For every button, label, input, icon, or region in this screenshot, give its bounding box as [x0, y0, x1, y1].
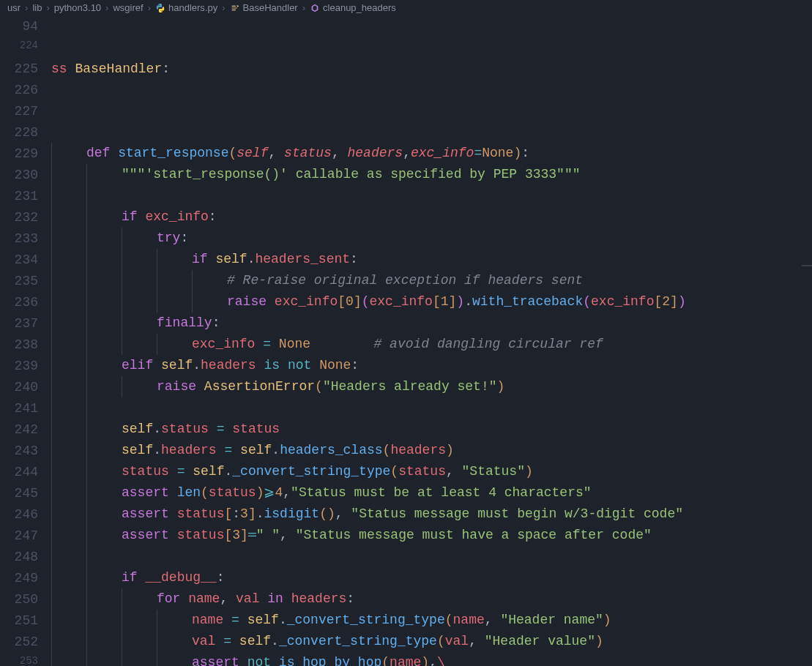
line-number: 244: [0, 462, 38, 483]
line-number: 240: [0, 377, 38, 398]
line-number: 226: [0, 80, 38, 101]
chevron-icon: ›: [301, 1, 307, 16]
line-number: 248: [0, 547, 38, 568]
line-number: 252: [0, 632, 38, 653]
code-line[interactable]: [51, 121, 812, 143]
code-line[interactable]: if exc_info:: [51, 206, 812, 228]
chevron-icon: ›: [45, 1, 51, 16]
code-line[interactable]: status = self._convert_string_type(statu…: [51, 461, 812, 482]
code-line[interactable]: elif self.headers is not None:: [51, 355, 812, 376]
sticky-prefix: ss: [51, 59, 75, 80]
vertical-scrollbar[interactable]: [802, 16, 812, 666]
line-number: 251: [0, 610, 38, 632]
line-number: 237: [0, 313, 38, 334]
crumb-python[interactable]: python3.10: [54, 1, 101, 16]
method-icon: [310, 3, 320, 13]
line-number: 245: [0, 483, 38, 504]
code-line[interactable]: raise exc_info[0](exc_info[1]).with_trac…: [51, 291, 812, 313]
sticky-line-number: 94: [0, 16, 38, 37]
code-line[interactable]: assert not is_hop_by_hop(name),\: [51, 652, 812, 666]
line-number: 228: [0, 122, 38, 143]
scroll-marker: [802, 265, 812, 266]
code-line[interactable]: name = self._convert_string_type(name, "…: [51, 610, 812, 631]
code-line[interactable]: if __debug__:: [51, 567, 812, 588]
line-number: 243: [0, 441, 38, 462]
code-content[interactable]: ss BaseHandler: def start_response(self,…: [51, 16, 812, 666]
chevron-icon: ›: [104, 1, 110, 16]
code-line[interactable]: # Re-raise original exception if headers…: [51, 270, 812, 291]
sticky-scroll-line[interactable]: ss BaseHandler:: [51, 59, 812, 80]
line-number: 227: [0, 101, 38, 122]
chevron-icon: ›: [23, 1, 29, 16]
crumb-file[interactable]: handlers.py: [168, 1, 217, 16]
line-number: 242: [0, 419, 38, 441]
code-line[interactable]: exc_info = None # avoid dangling circula…: [51, 334, 812, 355]
python-file-icon: [155, 3, 165, 13]
line-number: 235: [0, 271, 38, 292]
line-number-gutter: 94 2242252262272282292302312322332342352…: [0, 16, 51, 666]
code-line[interactable]: assert status[:3].isdigit(), "Status mes…: [51, 504, 812, 525]
sticky-class: BaseHandler: [75, 59, 162, 80]
code-line[interactable]: if self.headers_sent:: [51, 249, 812, 270]
line-number: 246: [0, 504, 38, 525]
code-line[interactable]: raise AssertionError("Headers already se…: [51, 376, 812, 397]
code-line[interactable]: self.headers = self.headers_class(header…: [51, 440, 812, 461]
line-number: 253: [0, 653, 38, 666]
crumb-method[interactable]: cleanup_headers: [323, 1, 396, 16]
editor-pane[interactable]: 94 2242252262272282292302312322332342352…: [0, 16, 812, 666]
crumb-lib[interactable]: lib: [32, 1, 42, 16]
line-number: 247: [0, 525, 38, 547]
code-line[interactable]: assert len(status)⩾4,"Status must be at …: [51, 482, 812, 504]
code-line[interactable]: val = self._convert_string_type(val, "He…: [51, 631, 812, 652]
code-line[interactable]: assert status[3]═" ", "Status message mu…: [51, 525, 812, 546]
line-number: 230: [0, 165, 38, 186]
class-icon: [230, 3, 240, 13]
line-number: 250: [0, 589, 38, 610]
sticky-colon: :: [162, 59, 170, 80]
line-number: 233: [0, 228, 38, 250]
line-number: 225: [0, 59, 38, 80]
line-number: 239: [0, 356, 38, 377]
crumb-wsgiref[interactable]: wsgiref: [113, 1, 143, 16]
chevron-icon: ›: [146, 1, 152, 16]
code-line[interactable]: [51, 546, 812, 567]
line-number: 241: [0, 398, 38, 419]
breadcrumb[interactable]: usr › lib › python3.10 › wsgiref › handl…: [0, 0, 812, 16]
line-number: 229: [0, 143, 38, 165]
line-number: 249: [0, 568, 38, 589]
chevron-icon: ›: [220, 1, 226, 16]
code-line[interactable]: [51, 397, 812, 419]
code-line[interactable]: def start_response(self, status, headers…: [51, 143, 812, 164]
crumb-usr[interactable]: usr: [7, 1, 21, 16]
code-line[interactable]: [51, 185, 812, 206]
line-number: 236: [0, 292, 38, 313]
code-line[interactable]: """'start_response()' callable as specif…: [51, 164, 812, 185]
crumb-class[interactable]: BaseHandler: [243, 1, 298, 16]
code-line[interactable]: self.status = status: [51, 419, 812, 440]
code-line[interactable]: finally:: [51, 313, 812, 334]
line-number: 234: [0, 250, 38, 271]
line-number: 238: [0, 334, 38, 356]
line-number: 231: [0, 186, 38, 207]
line-number: 224: [0, 37, 38, 59]
code-line[interactable]: try:: [51, 228, 812, 249]
line-number: 232: [0, 207, 38, 228]
code-line[interactable]: for name, val in headers:: [51, 588, 812, 610]
